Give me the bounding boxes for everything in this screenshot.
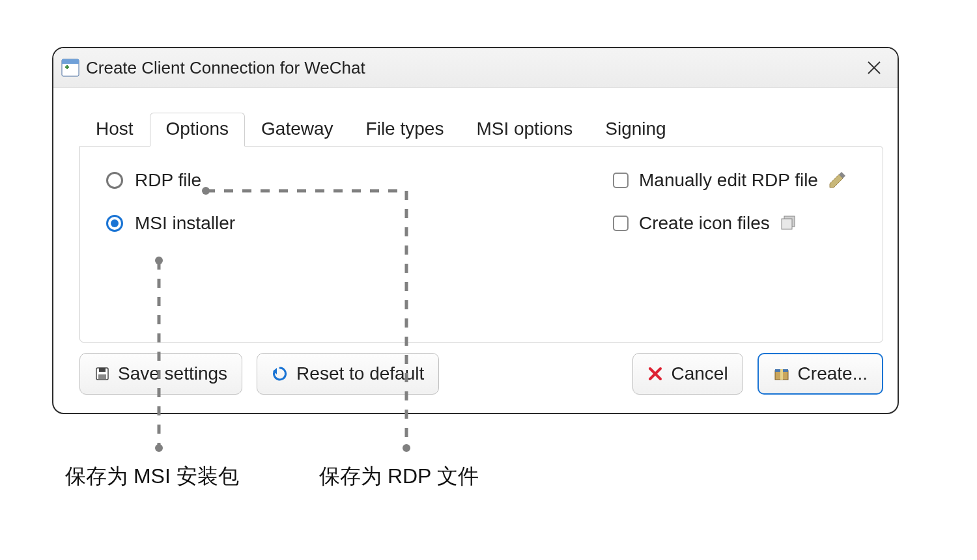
- svg-rect-3: [66, 65, 68, 69]
- svg-point-25: [155, 444, 163, 452]
- tab-msi-options[interactable]: MSI options: [460, 113, 589, 147]
- button-bar: Save settings Reset to default Cancel: [79, 353, 883, 396]
- svg-rect-12: [98, 374, 106, 379]
- title-bar: Create Client Connection for WeChat: [53, 48, 898, 88]
- reset-default-button[interactable]: Reset to default: [257, 353, 439, 395]
- package-icon: [773, 365, 790, 382]
- radio-rdp-file-input[interactable]: [106, 172, 123, 189]
- tab-gateway[interactable]: Gateway: [245, 113, 350, 147]
- pencil-icon: [827, 171, 847, 190]
- checkbox-row-manual-edit[interactable]: Manually edit RDP file: [613, 170, 847, 191]
- annotation-msi: 保存为 MSI 安装包: [65, 462, 239, 491]
- checkbox-manual-edit-input[interactable]: [613, 173, 629, 188]
- checkbox-icon-files-label: Create icon files: [639, 213, 770, 234]
- svg-point-22: [403, 444, 410, 452]
- radio-rdp-file-label: RDP file: [135, 170, 201, 191]
- tab-file-types[interactable]: File types: [350, 113, 460, 147]
- tab-container: Host Options Gateway File types MSI opti…: [79, 112, 883, 343]
- tab-options[interactable]: Options: [150, 113, 246, 147]
- radio-row-rdp-file[interactable]: RDP file: [106, 170, 201, 191]
- checkbox-row-icon-files[interactable]: Create icon files: [613, 213, 799, 234]
- dialog-window: Create Client Connection for WeChat Host…: [52, 47, 899, 414]
- cancel-label: Cancel: [671, 363, 728, 384]
- radio-msi-installer-input[interactable]: [106, 215, 123, 232]
- save-settings-label: Save settings: [118, 363, 227, 384]
- reset-default-label: Reset to default: [296, 363, 424, 384]
- close-icon: [867, 61, 881, 75]
- tab-host[interactable]: Host: [79, 113, 150, 147]
- svg-rect-9: [782, 219, 792, 229]
- stack-icon: [779, 214, 799, 233]
- create-button[interactable]: Create...: [758, 353, 883, 395]
- checkbox-manual-edit-label: Manually edit RDP file: [639, 170, 818, 191]
- create-label: Create...: [798, 363, 868, 384]
- cancel-button[interactable]: Cancel: [632, 353, 743, 395]
- tab-strip: Host Options Gateway File types MSI opti…: [79, 112, 883, 146]
- save-settings-button[interactable]: Save settings: [79, 353, 242, 395]
- svg-rect-1: [62, 59, 79, 64]
- cancel-icon: [647, 366, 663, 382]
- save-icon: [94, 366, 110, 382]
- tab-signing[interactable]: Signing: [589, 113, 682, 147]
- checkbox-icon-files-input[interactable]: [613, 216, 629, 231]
- close-button[interactable]: [856, 48, 892, 87]
- tab-panel-options: RDP file MSI installer Manually edit RDP…: [79, 146, 883, 343]
- annotation-rdp: 保存为 RDP 文件: [319, 462, 479, 491]
- radio-row-msi-installer[interactable]: MSI installer: [106, 213, 235, 234]
- refresh-icon: [272, 365, 289, 382]
- svg-rect-11: [99, 368, 106, 372]
- svg-rect-18: [780, 369, 783, 380]
- window-title: Create Client Connection for WeChat: [86, 58, 365, 78]
- radio-msi-installer-label: MSI installer: [135, 213, 235, 234]
- app-window-icon: [61, 59, 79, 77]
